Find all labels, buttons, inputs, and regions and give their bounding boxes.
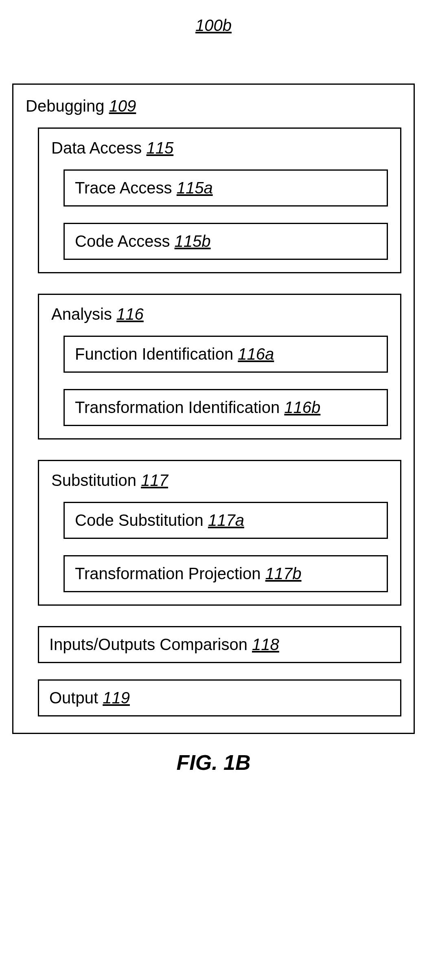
inputs-outputs-comparison-ref: 118 [252,635,279,653]
transformation-projection-text: Transformation Projection [75,565,261,582]
output-box: Output 119 [38,679,401,716]
debugging-title-text: Debugging [26,97,105,115]
analysis-box: Analysis 116 Function Identification 116… [38,294,401,439]
inputs-outputs-comparison-box: Inputs/Outputs Comparison 118 [38,626,401,663]
code-access-text: Code Access [75,232,170,250]
analysis-title-text: Analysis [51,305,112,323]
code-substitution-box: Code Substitution 117a [64,502,388,539]
data-access-title: Data Access 115 [51,139,388,157]
substitution-title-text: Substitution [51,471,136,489]
code-substitution-ref: 117a [208,511,244,529]
analysis-title-ref: 116 [116,305,144,323]
transformation-identification-box: Transformation Identification 116b [64,389,388,426]
code-access-ref: 115b [175,232,211,250]
transformation-identification-text: Transformation Identification [75,398,280,416]
debugging-title-ref: 109 [109,97,136,115]
inputs-outputs-comparison-text: Inputs/Outputs Comparison [49,635,247,653]
transformation-projection-ref: 117b [265,565,302,582]
transformation-projection-box: Transformation Projection 117b [64,555,388,592]
substitution-title: Substitution 117 [51,471,388,490]
output-ref: 119 [103,689,130,707]
debugging-box: Debugging 109 Data Access 115 Trace Acce… [12,83,415,734]
function-identification-text: Function Identification [75,345,233,363]
data-access-box: Data Access 115 Trace Access 115a Code A… [38,127,401,273]
data-access-title-text: Data Access [51,139,142,157]
substitution-box: Substitution 117 Code Substitution 117a … [38,460,401,606]
code-access-box: Code Access 115b [64,223,388,260]
function-identification-ref: 116a [238,345,274,363]
figure-ref-top: 100b [12,16,415,35]
trace-access-box: Trace Access 115a [64,169,388,207]
figure-label-bottom: FIG. 1B [12,750,415,775]
analysis-title: Analysis 116 [51,305,388,323]
debugging-title: Debugging 109 [26,97,401,115]
trace-access-text: Trace Access [75,179,172,197]
output-text: Output [49,689,98,707]
substitution-title-ref: 117 [141,471,168,489]
trace-access-ref: 115a [177,179,213,197]
code-substitution-text: Code Substitution [75,511,204,529]
data-access-title-ref: 115 [146,139,173,157]
transformation-identification-ref: 116b [284,398,320,416]
function-identification-box: Function Identification 116a [64,336,388,373]
